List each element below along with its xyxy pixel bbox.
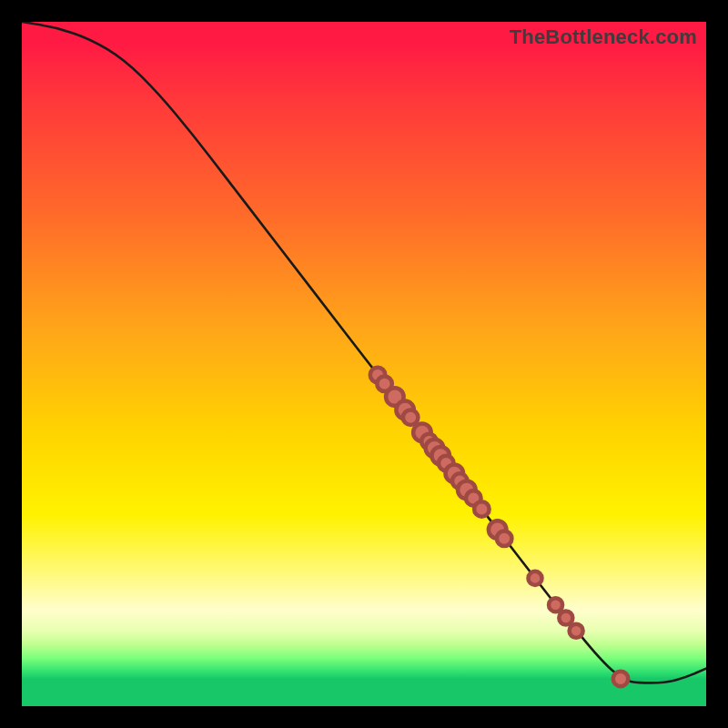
data-point xyxy=(549,598,562,612)
data-point xyxy=(474,501,490,517)
plot-area: TheBottleneck.com xyxy=(22,22,706,706)
data-point xyxy=(528,571,541,585)
data-points xyxy=(370,368,629,686)
data-point xyxy=(559,611,572,624)
data-point xyxy=(570,624,583,638)
chart-stage: TheBottleneck.com xyxy=(0,0,728,728)
chart-svg xyxy=(22,22,706,706)
bottleneck-curve xyxy=(22,22,706,682)
data-point xyxy=(497,531,512,546)
data-point xyxy=(613,672,629,687)
data-point xyxy=(403,410,419,425)
